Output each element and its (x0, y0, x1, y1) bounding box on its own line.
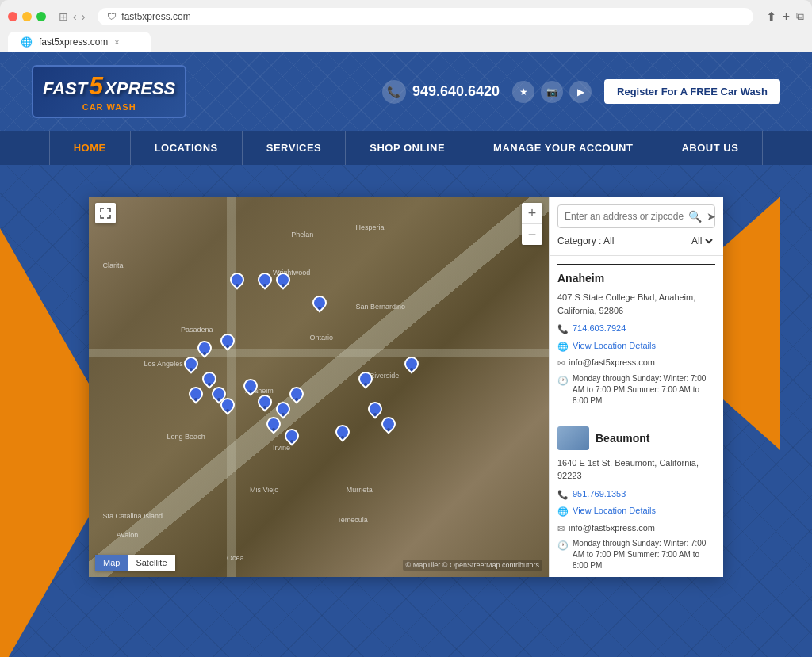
nav-shop-online[interactable]: SHOP ONLINE (346, 131, 469, 165)
location-view-link-anaheim[interactable]: View Location Details (573, 339, 656, 353)
map-area[interactable]: Clarita Phelan Hesperia Wrightwood Pasad… (89, 197, 549, 577)
youtube-icon[interactable]: ▶ (569, 81, 592, 103)
map-pin[interactable] (278, 273, 289, 287)
back-icon[interactable]: ‹ (73, 10, 77, 23)
forward-icon[interactable]: › (82, 10, 86, 23)
location-thumb-beaumont (557, 426, 589, 450)
sidebar-toggle-icon[interactable]: ⊞ (59, 10, 68, 23)
header-right: 📞 949.640.6420 ★ 📷 ▶ Register For A FREE… (382, 79, 780, 104)
map-fullscreen-button[interactable] (95, 203, 116, 223)
browser-tabs: 🌐 fast5xpress.com × (8, 32, 804, 52)
nav-manage-account[interactable]: MANAGE YOUR ACCOUNT (469, 131, 657, 165)
map-detail-icon: 🌐 (557, 340, 569, 353)
logo-box[interactable]: FAST 5 XPRESS CAR WASH (32, 65, 186, 118)
map-label-los-angeles: Los Angeles (144, 360, 183, 368)
logo-five: 5 (89, 71, 103, 101)
close-traffic-light[interactable] (8, 12, 17, 21)
location-search-input[interactable] (565, 211, 684, 222)
map-label-clarita: Clarita (102, 262, 123, 269)
phone-detail-icon: 📞 (557, 323, 569, 336)
address-bar[interactable]: 🛡 fast5xpress.com (98, 8, 753, 25)
location-hours-text-beaumont: Monday through Sunday: Winter: 7:00 AM t… (573, 538, 715, 571)
active-tab[interactable]: 🌐 fast5xpress.com × (8, 32, 151, 52)
windows-icon[interactable]: ⧉ (796, 10, 804, 25)
map-type-map-button[interactable]: Map (95, 555, 128, 571)
thumb-image-beaumont (557, 426, 589, 450)
clock-detail-icon: 🕐 (557, 374, 569, 388)
search-icon[interactable]: 🔍 (688, 210, 702, 223)
map-label-phelan: Phelan (291, 231, 313, 239)
map-pin[interactable] (406, 357, 417, 371)
nav-services[interactable]: SERVICES (243, 131, 347, 165)
location-view-link-beaumont[interactable]: View Location Details (573, 504, 656, 518)
instagram-icon[interactable]: 📷 (541, 81, 563, 103)
location-view-anaheim: 🌐 View Location Details (557, 339, 715, 353)
location-name-beaumont: Beaumont (596, 432, 649, 445)
category-select[interactable]: All (688, 235, 715, 247)
site-nav: HOME LOCATIONS SERVICES SHOP ONLINE MANA… (0, 131, 812, 165)
nav-locations[interactable]: LOCATIONS (131, 131, 243, 165)
map-pin[interactable] (291, 387, 302, 401)
yelp-icon[interactable]: ★ (512, 81, 534, 103)
phone-detail-icon-b: 📞 (557, 488, 569, 502)
map-pin[interactable] (278, 402, 289, 416)
logo-fast: FAST (43, 78, 87, 99)
map-pin[interactable] (370, 402, 381, 416)
nav-home[interactable]: HOME (49, 131, 131, 165)
map-pin[interactable] (314, 296, 325, 310)
location-info-beaumont: 1640 E 1st St, Beaumont, California, 922… (557, 456, 715, 572)
map-detail-icon-b: 🌐 (557, 505, 569, 518)
tab-close-icon[interactable]: × (114, 38, 119, 47)
location-card-beaumont: Beaumont 1640 E 1st St, Beaumont, Califo… (550, 418, 723, 578)
map-pin[interactable] (383, 417, 394, 431)
map-pin[interactable] (245, 379, 256, 393)
phone-area: 📞 949.640.6420 (382, 80, 500, 104)
location-address-anaheim: 407 S State College Blvd, Anaheim, Calif… (557, 291, 715, 317)
logo: FAST 5 XPRESS CAR WASH (43, 71, 175, 112)
new-tab-icon[interactable]: + (783, 10, 790, 25)
logo-xpress: XPRESS (105, 78, 175, 99)
map-label-irvine: Irvine (273, 444, 290, 452)
map-pin[interactable] (232, 273, 243, 287)
location-phone-link-anaheim[interactable]: 714.603.7924 (573, 322, 626, 335)
map-label-riverside: Riverside (370, 372, 400, 380)
maximize-traffic-light[interactable] (36, 12, 46, 21)
map-pin[interactable] (199, 341, 210, 355)
share-icon[interactable]: ⬆ (766, 10, 776, 25)
zoom-out-button[interactable]: − (522, 224, 542, 245)
map-copyright: © MapTiler © OpenStreetMap contributors (403, 560, 543, 571)
website: FAST 5 XPRESS CAR WASH 📞 949.640.6420 ★ … (0, 52, 812, 657)
location-phone-link-beaumont[interactable]: 951.769.1353 (573, 487, 626, 501)
url-text: fast5xpress.com (121, 11, 190, 22)
map-pin[interactable] (222, 334, 233, 348)
location-email-text-beaumont: info@fast5xpress.com (569, 521, 655, 535)
locations-container: Clarita Phelan Hesperia Wrightwood Pasad… (89, 197, 723, 577)
map-pin[interactable] (204, 372, 215, 386)
search-input-row: 🔍 ➤ (557, 204, 715, 228)
traffic-lights (8, 12, 46, 21)
map-pin[interactable] (360, 372, 371, 386)
gps-icon[interactable]: ➤ (707, 210, 716, 223)
location-phone-beaumont: 📞 951.769.1353 (557, 487, 715, 502)
map-pin[interactable] (259, 395, 270, 409)
category-row: Category : All All (557, 235, 715, 247)
map-pin[interactable] (186, 357, 197, 371)
map-pin[interactable] (259, 273, 270, 287)
map-pin[interactable] (190, 387, 201, 401)
minimize-traffic-light[interactable] (22, 12, 32, 21)
map-pin[interactable] (337, 425, 348, 439)
map-pin[interactable] (268, 417, 279, 431)
location-address-beaumont: 1640 E 1st St, Beaumont, California, 922… (557, 456, 715, 483)
map-pin[interactable] (286, 429, 297, 443)
browser-actions: ⬆ + ⧉ (766, 10, 804, 25)
site-header: FAST 5 XPRESS CAR WASH 📞 949.640.6420 ★ … (0, 52, 812, 131)
map-pin[interactable] (222, 398, 233, 412)
browser-titlebar: ⊞ ‹ › 🛡 fast5xpress.com ⬆ + ⧉ (8, 8, 804, 25)
location-name-anaheim: Anaheim (557, 272, 604, 285)
zoom-in-button[interactable]: + (522, 203, 542, 223)
register-button[interactable]: Register For A FREE Car Wash (604, 79, 780, 104)
nav-about-us[interactable]: ABOUT US (657, 131, 763, 165)
location-hours-beaumont: 🕐 Monday through Sunday: Winter: 7:00 AM… (557, 538, 715, 571)
phone-number[interactable]: 949.640.6420 (412, 83, 500, 100)
map-type-satellite-button[interactable]: Satellite (128, 555, 174, 571)
